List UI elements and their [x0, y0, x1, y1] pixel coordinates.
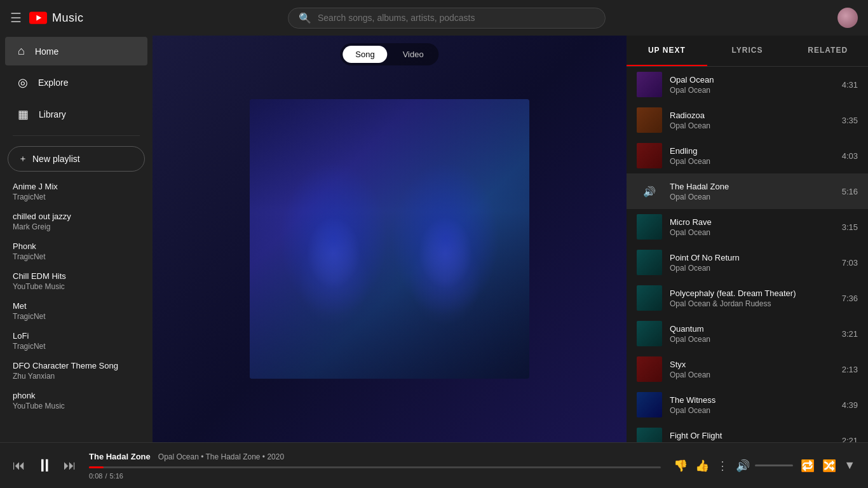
- queue-thumb-2: [637, 107, 662, 133]
- queue-thumb-11: [637, 428, 662, 442]
- queue-info-8: Quantum Opal Ocean: [670, 324, 834, 344]
- new-playlist-label: New playlist: [32, 154, 80, 164]
- playlist-item-phonk[interactable]: Phonk TragicNet: [0, 236, 153, 266]
- queue-artist-2: Opal Ocean: [670, 121, 834, 130]
- playlist-author: TragicNet: [13, 252, 140, 261]
- queue-info-6: Point Of No Return Opal Ocean: [670, 253, 834, 273]
- queue-duration-3: 4:03: [842, 151, 858, 161]
- queue-artist-10: Opal Ocean: [670, 406, 834, 415]
- play-pause-button[interactable]: ⏸: [36, 455, 53, 476]
- queue-item-7[interactable]: Polycephaly (feat. Dream Theater) Opal O…: [627, 280, 868, 316]
- sidebar-library-label: Library: [39, 109, 66, 119]
- playlist-author: Mark Greig: [13, 222, 140, 231]
- queue-thumb-1: [637, 72, 662, 97]
- queue-duration-2: 3:35: [842, 116, 858, 125]
- queue-item-10[interactable]: The Witness Opal Ocean 4:39: [627, 387, 868, 423]
- queue-duration-11: 2:21: [842, 436, 858, 443]
- playlist-author: Zhu Yanxian: [13, 372, 140, 381]
- topbar-left: ☰ Music: [10, 10, 163, 25]
- queue-item-6[interactable]: Point Of No Return Opal Ocean 7:03: [627, 245, 868, 280]
- queue-info-3: Endling Opal Ocean: [670, 146, 834, 166]
- plus-icon: ＋: [18, 153, 27, 165]
- queue-item-1[interactable]: Opal Ocean Opal Ocean 4:31: [627, 67, 868, 102]
- queue-title-4: The Hadal Zone: [670, 182, 834, 191]
- playlist-name: phonk: [13, 391, 140, 400]
- queue-duration-8: 3:21: [842, 329, 858, 339]
- sidebar-divider: [13, 135, 140, 136]
- prev-button[interactable]: ⏮: [13, 458, 25, 473]
- search-icon: 🔍: [299, 12, 311, 24]
- current-time: 0:08: [89, 472, 102, 480]
- tab-video[interactable]: Video: [390, 46, 437, 63]
- playlist-item-chill-edm[interactable]: Chill EDM Hits YouTube Music: [0, 266, 153, 296]
- queue-title-5: Micro Rave: [670, 217, 834, 227]
- queue-item-2[interactable]: Radiozoa Opal Ocean 3:35: [627, 102, 868, 138]
- sidebar-item-library[interactable]: ▦ Library: [5, 100, 147, 129]
- more-options-button[interactable]: ⋮: [717, 459, 728, 473]
- queue-title-2: Radiozoa: [670, 111, 834, 120]
- sidebar-home-label: Home: [35, 46, 58, 57]
- next-button[interactable]: ⏭: [64, 458, 76, 473]
- queue-item-11[interactable]: Fight Or Flight Opal Ocean 2:21: [627, 423, 868, 442]
- queue-item-3[interactable]: Endling Opal Ocean 4:03: [627, 138, 868, 173]
- player-info: The Hadal Zone Opal Ocean • The Hadal Zo…: [89, 452, 661, 480]
- new-playlist-button[interactable]: ＋ New playlist: [8, 146, 145, 172]
- player-actions: 👎 👍 ⋮ 🔊 🔁 🔀 ▼: [674, 459, 855, 473]
- progress-bar[interactable]: [89, 466, 661, 468]
- main-content: ⌂ Home ◎ Explore ▦ Library ＋ New playlis…: [0, 36, 868, 442]
- player-bar: ⏮ ⏸ ⏭ The Hadal Zone Opal Ocean • The Ha…: [0, 442, 868, 488]
- queue-title-1: Opal Ocean: [670, 75, 834, 85]
- queue-item-8[interactable]: Quantum Opal Ocean 3:21: [627, 316, 868, 351]
- library-icon: ▦: [18, 107, 29, 121]
- playlist-item-met[interactable]: Met TragicNet: [0, 296, 153, 326]
- thumbs-up-button[interactable]: 👍: [695, 459, 709, 473]
- album-art-container: [153, 36, 627, 442]
- queue-artist-7: Opal Ocean & Jordan Rudess: [670, 299, 834, 308]
- player-controls: ⏮ ⏸ ⏭: [13, 455, 76, 476]
- tab-song[interactable]: Song: [342, 46, 387, 63]
- queue-artist-5: Opal Ocean: [670, 228, 834, 237]
- tab-up-next[interactable]: UP NEXT: [627, 36, 707, 66]
- queue-title-6: Point Of No Return: [670, 253, 834, 262]
- repeat-button[interactable]: 🔁: [801, 459, 815, 473]
- queue-thumb-5: [637, 214, 662, 240]
- playlist-item-phonk2[interactable]: phonk YouTube Music: [0, 386, 153, 416]
- queue-info-11: Fight Or Flight Opal Ocean: [670, 431, 834, 443]
- playlist-item-lofi[interactable]: LoFi TragicNet: [0, 326, 153, 356]
- tab-related[interactable]: RELATED: [787, 36, 868, 66]
- search-bar[interactable]: 🔍: [288, 8, 606, 29]
- volume-icon[interactable]: 🔊: [736, 459, 750, 473]
- queue-duration-4: 5:16: [842, 187, 858, 196]
- queue-info-4: The Hadal Zone Opal Ocean: [670, 182, 834, 201]
- progress-fill: [89, 466, 104, 468]
- queue-item-5[interactable]: Micro Rave Opal Ocean 3:15: [627, 209, 868, 245]
- volume-bar[interactable]: [755, 464, 793, 466]
- queue-item-9[interactable]: Styx Opal Ocean 2:13: [627, 351, 868, 387]
- queue-duration-7: 7:36: [842, 294, 858, 303]
- playlist-item-anime[interactable]: Anime J Mix TragicNet: [0, 177, 153, 207]
- queue-expand-button[interactable]: ▼: [844, 459, 855, 472]
- shuffle-button[interactable]: 🔀: [822, 459, 836, 473]
- playlist-item-dfo[interactable]: DFO Character Theme Song Zhu Yanxian: [0, 356, 153, 386]
- queue-thumb-3: [637, 143, 662, 168]
- search-input[interactable]: [318, 13, 595, 23]
- tab-lyrics[interactable]: LYRICS: [707, 36, 788, 66]
- sidebar: ⌂ Home ◎ Explore ▦ Library ＋ New playlis…: [0, 36, 153, 442]
- youtube-logo: [29, 11, 47, 24]
- sidebar-item-home[interactable]: ⌂ Home: [5, 37, 147, 65]
- queue-title-8: Quantum: [670, 324, 834, 334]
- queue-title-3: Endling: [670, 146, 834, 156]
- sidebar-item-explore[interactable]: ◎ Explore: [5, 68, 147, 97]
- menu-icon[interactable]: ☰: [10, 10, 22, 25]
- queue-artist-1: Opal Ocean: [670, 86, 834, 95]
- playlist-item-chilled[interactable]: chilled out jazzy Mark Greig: [0, 207, 153, 236]
- avatar[interactable]: [837, 8, 858, 28]
- thumbs-down-button[interactable]: 👎: [674, 459, 688, 473]
- playlist-name: chilled out jazzy: [13, 212, 140, 221]
- queue-thumb-6: [637, 250, 662, 275]
- queue-item-4[interactable]: 🔊 The Hadal Zone Opal Ocean 5:16: [627, 173, 868, 209]
- playlist-author: YouTube Music: [13, 282, 140, 291]
- queue-artist-9: Opal Ocean: [670, 370, 834, 379]
- playlist-name: Met: [13, 301, 140, 311]
- panel-tabs: UP NEXT LYRICS RELATED: [627, 36, 868, 67]
